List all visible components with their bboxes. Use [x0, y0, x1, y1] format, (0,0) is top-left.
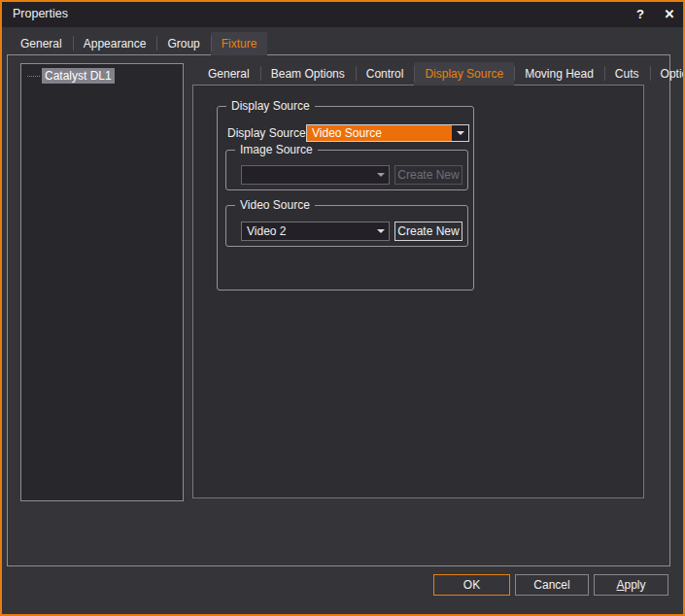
help-icon[interactable]: ?	[630, 0, 651, 27]
display-source-field-label: Display Source:	[227, 126, 309, 140]
display-source-group: Display Source Display Source: Video Sou…	[217, 106, 474, 291]
chevron-down-icon[interactable]	[372, 166, 389, 184]
fixture-tree[interactable]: Catalyst DL1	[20, 63, 184, 501]
apply-button[interactable]: Apply	[594, 574, 668, 596]
tab-group[interactable]: Group	[156, 32, 210, 54]
tree-branch-line	[27, 76, 40, 77]
fixture-tab-bar: General Beam Options Control Display Sou…	[197, 62, 685, 85]
tab-fixture[interactable]: Fixture	[211, 32, 268, 55]
tree-item-label: Catalyst DL1	[42, 68, 115, 84]
image-source-group: Image Source Create New	[225, 150, 468, 190]
video-source-combo[interactable]: Video 2	[241, 222, 390, 241]
fixture-tab-general[interactable]: General	[197, 62, 260, 85]
display-source-panel: Display Source Display Source: Video Sou…	[192, 85, 644, 498]
video-source-combo-value: Video 2	[242, 222, 372, 240]
display-source-group-title: Display Source	[226, 99, 315, 114]
fixture-tab-control[interactable]: Control	[356, 62, 415, 85]
chevron-down-icon[interactable]	[372, 222, 389, 240]
create-new-video-button[interactable]: Create New	[394, 222, 462, 241]
video-source-group: Video Source Video 2 Create New	[225, 205, 468, 247]
close-icon[interactable]: ✕	[659, 0, 680, 27]
create-new-image-button[interactable]: Create New	[394, 165, 462, 185]
apply-button-label: Apply	[616, 578, 645, 592]
display-source-combo-value: Video Source	[307, 125, 452, 141]
window-title: Properties	[13, 7, 68, 20]
fixture-tab-beam-options[interactable]: Beam Options	[260, 62, 356, 85]
tab-appearance[interactable]: Appearance	[73, 32, 157, 54]
fixture-tab-moving-head[interactable]: Moving Head	[514, 62, 604, 85]
properties-dialog: Properties ? ✕ General Appearance Group …	[0, 0, 685, 616]
display-source-combo[interactable]: Video Source	[306, 124, 469, 142]
tab-general[interactable]: General	[10, 32, 73, 54]
main-tab-bar: General Appearance Group Fixture	[10, 32, 267, 54]
chevron-down-icon[interactable]	[452, 125, 468, 141]
fixture-tab-display-source[interactable]: Display Source	[414, 62, 514, 86]
title-bar: Properties	[0, 0, 685, 27]
video-source-group-title: Video Source	[235, 198, 315, 213]
ok-button[interactable]: OK	[433, 574, 510, 596]
tree-item-catalyst-dl1[interactable]: Catalyst DL1	[27, 68, 183, 84]
image-source-group-title: Image Source	[235, 143, 318, 157]
fixture-tab-options[interactable]: Options	[650, 62, 685, 85]
cancel-button[interactable]: Cancel	[515, 574, 589, 596]
image-source-combo-value	[242, 166, 372, 184]
image-source-combo[interactable]	[241, 165, 390, 185]
fixture-tab-cuts[interactable]: Cuts	[604, 62, 650, 85]
